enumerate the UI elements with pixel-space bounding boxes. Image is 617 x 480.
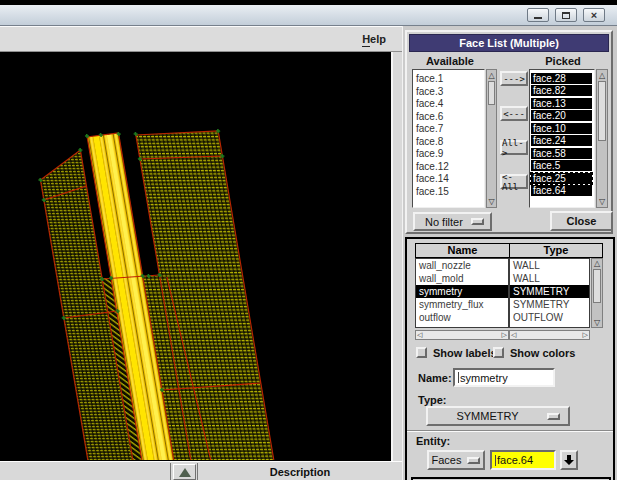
description-header: Description	[197, 463, 402, 480]
right-panel: Face List (Multiple) Available Picked fa…	[402, 26, 617, 480]
option-menu-indicator	[471, 218, 484, 225]
entity-section-label: Entity:	[416, 435, 450, 447]
show-labels-checkbox[interactable]	[416, 347, 427, 358]
entity-kind-menu[interactable]: Faces	[427, 450, 485, 470]
type-option-menu[interactable]: SYMMETRY	[426, 406, 570, 426]
table-row[interactable]: wall_nozzle	[416, 259, 508, 272]
expand-description-button[interactable]	[173, 464, 196, 480]
help-label: Help	[362, 33, 386, 45]
scroll-up-icon[interactable]: △	[597, 71, 607, 80]
dialog-title-label: Face List (Multiple)	[459, 37, 559, 49]
list-item[interactable]: face.8	[413, 136, 484, 149]
available-scrollbar[interactable]: △ ▽	[486, 69, 497, 208]
scroll-down-icon[interactable]: ▽	[597, 197, 607, 206]
list-item[interactable]: face.1	[413, 73, 484, 86]
all-left-button[interactable]: <-All	[500, 174, 528, 189]
table-row[interactable]: outflow	[416, 311, 508, 324]
name-list-hscrollbar[interactable]: ◁ ▷	[415, 330, 509, 340]
picked-scrollbar[interactable]: △ ▽	[596, 69, 608, 208]
table-row[interactable]: wall_mold	[416, 272, 508, 285]
table-row[interactable]: SYMMETRY	[510, 298, 589, 311]
list-item[interactable]: face.12	[413, 161, 484, 174]
close-dialog-button[interactable]: Close	[550, 211, 613, 231]
graphics-window: Help	[0, 26, 402, 480]
text-caret	[495, 455, 496, 466]
scroll-down-icon[interactable]: ▽	[592, 318, 602, 327]
list-item-selected[interactable]: face.58	[531, 148, 592, 159]
description-label: Description	[270, 466, 331, 478]
list-item[interactable]: face.3	[413, 86, 484, 99]
list-item[interactable]: face.7	[413, 123, 484, 136]
list-item[interactable]: face.4	[413, 98, 484, 111]
list-item-selected[interactable]: face.10	[531, 123, 592, 134]
list-item-selected[interactable]: face.28	[531, 73, 592, 84]
scroll-left-icon[interactable]: ◁	[417, 331, 422, 339]
name-input-value: symmetry	[460, 372, 508, 384]
picked-header: Picked	[525, 55, 601, 67]
table-row[interactable]: WALL	[510, 272, 589, 285]
minimize-icon	[534, 17, 542, 19]
table-row[interactable]: symmetry_flux	[416, 298, 508, 311]
face-list-dialog-title: Face List (Multiple)	[409, 34, 609, 52]
list-item[interactable]: face.14	[413, 173, 484, 186]
all-right-button[interactable]: All->	[500, 140, 528, 155]
entity-pick-button[interactable]	[560, 450, 578, 470]
separator	[407, 430, 613, 432]
list-item[interactable]: face.15	[413, 186, 484, 199]
menubar: Help	[0, 26, 402, 52]
screen: × Help	[0, 0, 617, 480]
list-item-selected[interactable]: face.82	[531, 85, 592, 96]
show-labels-label: Show labels	[433, 347, 497, 359]
option-menu-indicator	[547, 413, 560, 420]
show-colors-label: Show colors	[510, 347, 575, 359]
show-colors-checkbox[interactable]	[493, 347, 504, 358]
scroll-right-icon[interactable]: ▷	[502, 331, 507, 339]
boundary-name-list: wall_nozzle wall_mold symmetry symmetry_…	[415, 258, 509, 328]
filter-menu-button[interactable]: No filter	[413, 212, 492, 231]
entity-input[interactable]: face.64	[490, 450, 556, 470]
boundary-types-panel: Name Type wall_nozzle wall_mold symmetry…	[405, 237, 615, 480]
scroll-up-icon[interactable]: △	[592, 259, 602, 268]
mesh-viewport[interactable]	[0, 52, 393, 461]
list-item-selected[interactable]: face.20	[531, 110, 592, 121]
type-option-value: SYMMETRY	[428, 410, 547, 422]
scrollbar-thumb[interactable]	[488, 81, 495, 105]
list-item-selected[interactable]: face.5	[531, 160, 592, 171]
scrollbar-thumb[interactable]	[593, 269, 601, 303]
scroll-up-icon[interactable]: △	[487, 71, 496, 80]
option-menu-indicator	[467, 457, 480, 464]
scroll-down-icon[interactable]: ▽	[487, 197, 496, 206]
list-item[interactable]: face.6	[413, 111, 484, 124]
table-row[interactable]: OUTFLOW	[510, 311, 589, 324]
close-button[interactable]: ×	[583, 8, 605, 22]
maximize-icon	[562, 12, 570, 19]
list-item-focused[interactable]: face.25	[531, 173, 592, 184]
type-field-label: Type:	[418, 394, 447, 406]
mesh-viewport-svg	[0, 52, 391, 461]
scroll-left-icon[interactable]: ◁	[511, 331, 516, 339]
minimize-button[interactable]	[527, 8, 549, 22]
list-item[interactable]: face.9	[413, 148, 484, 161]
name-field-label: Name:	[418, 372, 452, 384]
boundary-list-scrollbar[interactable]: △ ▽	[591, 258, 603, 328]
move-left-button[interactable]: <---	[500, 106, 528, 121]
scrollbar-thumb[interactable]	[598, 81, 606, 141]
boundary-table-header: Name Type	[415, 243, 603, 258]
table-row-selected[interactable]: SYMMETRY	[510, 285, 589, 298]
scroll-right-icon[interactable]: ▷	[583, 331, 588, 339]
table-row-selected[interactable]: symmetry	[416, 285, 508, 298]
list-item-selected[interactable]: face.64	[531, 185, 592, 196]
available-list: face.1 face.3 face.4 face.6 face.7 face.…	[412, 69, 485, 208]
help-mnemonic-underline	[362, 46, 370, 47]
move-right-button[interactable]: --->	[500, 71, 528, 86]
type-list-hscrollbar[interactable]: ◁ ▷	[509, 330, 590, 340]
transcript-strip	[0, 463, 171, 480]
maximize-button[interactable]	[555, 8, 577, 22]
table-row[interactable]: WALL	[510, 259, 589, 272]
face-list-dialog: Face List (Multiple) Available Picked fa…	[405, 30, 613, 234]
type-column-header: Type	[510, 244, 602, 257]
list-item-selected[interactable]: face.13	[531, 98, 592, 109]
name-input[interactable]: symmetry	[453, 368, 555, 387]
help-menu[interactable]: Help	[360, 33, 388, 45]
list-item-selected[interactable]: face.24	[531, 135, 592, 146]
